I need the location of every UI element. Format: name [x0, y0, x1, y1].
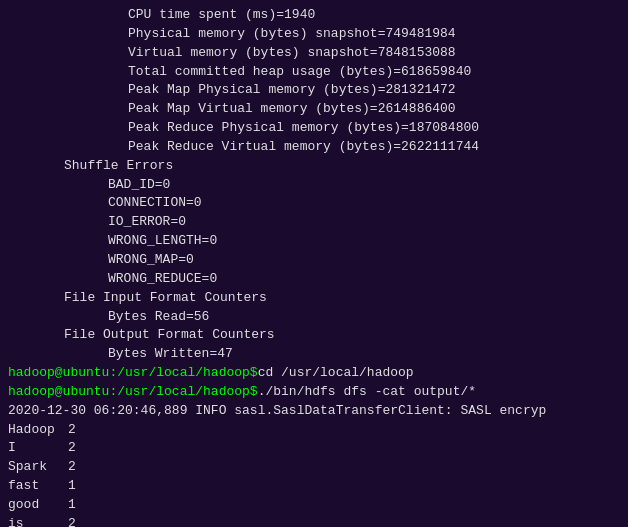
prompt-cmd-2: ./bin/hdfs dfs -cat output/*	[258, 383, 476, 402]
word-count-results: Hadoop2 I2 Spark2 fast1 good1 is2 love2	[8, 421, 620, 527]
bad-id-line: BAD_ID=0	[8, 176, 620, 195]
heap-usage-line: Total committed heap usage (bytes)=61865…	[8, 63, 620, 82]
io-error-line: IO_ERROR=0	[8, 213, 620, 232]
word-2: Spark	[8, 458, 68, 477]
peak-reduce-virt-line: Peak Reduce Virtual memory (bytes)=26221…	[8, 138, 620, 157]
info-line: 2020-12-30 06:20:46,889 INFO sasl.SaslDa…	[8, 402, 620, 421]
peak-map-virt-line: Peak Map Virtual memory (bytes)=26148864…	[8, 100, 620, 119]
count-4: 1	[68, 497, 76, 512]
file-input-header: File Input Format Counters	[8, 289, 620, 308]
cpu-time-line: CPU time spent (ms)=1940	[8, 6, 620, 25]
word-count-row-3: fast1	[8, 477, 620, 496]
prompt-line-2[interactable]: hadoop@ubuntu:/usr/local/hadoop$ ./bin/h…	[8, 383, 620, 402]
word-0: Hadoop	[8, 421, 68, 440]
peak-map-phys-line: Peak Map Physical memory (bytes)=2813214…	[8, 81, 620, 100]
connection-line: CONNECTION=0	[8, 194, 620, 213]
word-count-row-0: Hadoop2	[8, 421, 620, 440]
count-3: 1	[68, 478, 76, 493]
wrong-map-line: WRONG_MAP=0	[8, 251, 620, 270]
count-2: 2	[68, 459, 76, 474]
physical-mem-line: Physical memory (bytes) snapshot=7494819…	[8, 25, 620, 44]
count-1: 2	[68, 440, 76, 455]
prompt-line-1[interactable]: hadoop@ubuntu:/usr/local/hadoop$ cd /usr…	[8, 364, 620, 383]
word-count-row-2: Spark2	[8, 458, 620, 477]
prompt-user-2: hadoop@ubuntu:/usr/local/hadoop$	[8, 383, 258, 402]
word-count-row-4: good1	[8, 496, 620, 515]
word-1: I	[8, 439, 68, 458]
file-output-header: File Output Format Counters	[8, 326, 620, 345]
prompt-user-1: hadoop@ubuntu:/usr/local/hadoop$	[8, 364, 258, 383]
word-4: good	[8, 496, 68, 515]
wrong-reduce-line: WRONG_REDUCE=0	[8, 270, 620, 289]
word-count-row-5: is2	[8, 515, 620, 527]
bytes-read-line: Bytes Read=56	[8, 308, 620, 327]
word-count-row-1: I2	[8, 439, 620, 458]
word-5: is	[8, 515, 68, 527]
shuffle-errors-header: Shuffle Errors	[8, 157, 620, 176]
wrong-length-line: WRONG_LENGTH=0	[8, 232, 620, 251]
count-5: 2	[68, 516, 76, 527]
word-3: fast	[8, 477, 68, 496]
virtual-mem-line: Virtual memory (bytes) snapshot=78481530…	[8, 44, 620, 63]
prompt-cmd-1: cd /usr/local/hadoop	[258, 364, 414, 383]
count-0: 2	[68, 422, 76, 437]
terminal-window: CPU time spent (ms)=1940 Physical memory…	[0, 0, 628, 527]
bytes-written-line: Bytes Written=47	[8, 345, 620, 364]
peak-reduce-phys-line: Peak Reduce Physical memory (bytes)=1870…	[8, 119, 620, 138]
